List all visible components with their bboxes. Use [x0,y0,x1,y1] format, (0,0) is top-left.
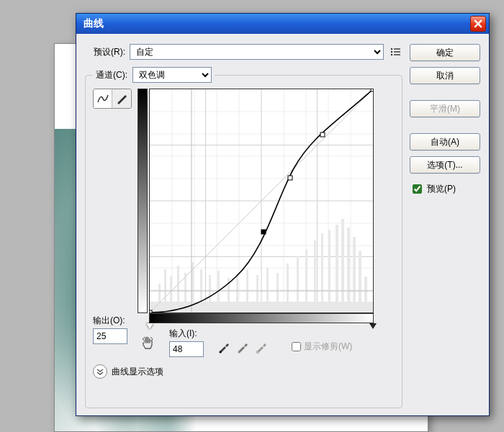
svg-rect-52 [347,228,350,312]
svg-rect-55 [364,276,367,312]
svg-rect-36 [209,275,211,312]
channel-legend: 通道(C): 双色调 [93,67,215,83]
pencil-tool-icon [116,93,127,104]
show-clipping-label: 显示修剪(W) [304,341,352,353]
show-clipping-checkbox[interactable] [292,342,301,351]
svg-point-63 [220,351,222,354]
preset-select[interactable]: 自定 [130,44,384,60]
options-button[interactable]: 选项(T)... [410,156,480,174]
svg-rect-5 [394,54,400,55]
svg-rect-28 [150,302,373,312]
svg-rect-32 [177,266,179,312]
svg-rect-49 [328,230,330,312]
svg-rect-39 [236,274,238,312]
svg-rect-29 [158,284,161,312]
preview-checkbox[interactable] [413,184,422,194]
svg-rect-3 [394,51,400,52]
svg-point-0 [391,48,392,50]
svg-point-4 [391,54,392,55]
show-clipping-checkbox-wrap[interactable]: 显示修剪(W) [292,341,352,353]
output-label: 输出(O): [93,315,127,327]
svg-rect-53 [353,237,356,312]
preview-checkbox-wrap[interactable]: 预览(P) [410,182,480,196]
svg-rect-47 [314,240,316,312]
svg-rect-62 [371,89,373,91]
svg-point-64 [238,351,240,354]
svg-rect-51 [341,219,344,312]
dialog-title: 曲线 [84,17,104,30]
eyedropper-white-icon [255,341,268,354]
hand-icon [140,334,156,350]
cancel-button[interactable]: 取消 [410,67,480,84]
curves-dialog: 曲线 预设(R): 自定 [76,13,490,416]
on-image-adjust-button[interactable] [138,332,158,352]
svg-rect-50 [336,225,338,312]
svg-rect-61 [320,132,325,137]
svg-rect-58 [150,310,152,312]
svg-rect-44 [287,264,289,312]
output-field[interactable] [93,328,127,344]
input-label: 输入(I): [169,328,204,340]
svg-rect-41 [256,275,258,312]
svg-rect-59 [261,230,266,234]
gray-point-eyedropper[interactable] [234,339,251,355]
svg-rect-48 [321,233,323,312]
ok-button[interactable]: 确定 [410,44,480,61]
close-button[interactable] [470,16,486,32]
titlebar[interactable]: 曲线 [76,14,489,34]
close-icon [474,19,482,28]
pencil-tool-button[interactable] [112,89,131,108]
svg-point-2 [391,51,392,53]
output-block: 输出(O): [93,315,127,344]
preset-menu-icon [390,47,401,57]
eyedropper-gray-icon [236,341,249,354]
vertical-gradient [138,89,148,313]
disclosure-label: 曲线显示选项 [112,366,163,378]
channel-select[interactable]: 双色调 [132,67,212,83]
curves-graph-svg [150,89,373,312]
svg-rect-43 [276,273,279,312]
svg-rect-46 [305,249,307,312]
auto-button[interactable]: 自动(A) [410,133,480,150]
curve-tool-icon [96,92,109,105]
white-point-eyedropper[interactable] [253,339,270,355]
disclosure-button[interactable] [93,364,107,379]
svg-rect-45 [297,256,299,312]
chevron-double-down-icon [96,367,104,376]
preset-label: 预设(R): [85,46,125,58]
preset-menu-button[interactable] [388,45,402,59]
eyedropper-black-icon [217,341,230,354]
channel-label: 通道(C): [96,70,127,80]
curves-graph[interactable] [149,89,374,313]
svg-rect-31 [170,276,172,312]
svg-point-65 [257,351,259,354]
svg-rect-54 [359,251,361,312]
curve-tool-button[interactable] [94,89,112,108]
draw-mode-toggle [93,89,132,109]
svg-rect-60 [288,176,292,180]
black-point-eyedropper[interactable] [215,339,233,355]
channel-fieldset: 通道(C): 双色调 [85,67,402,408]
svg-rect-1 [394,48,400,49]
preview-label: 预览(P) [427,183,456,195]
horizontal-gradient[interactable] [149,313,374,323]
smooth-button: 平滑(M) [410,100,480,117]
input-field[interactable] [169,341,204,357]
svg-rect-42 [266,268,269,312]
